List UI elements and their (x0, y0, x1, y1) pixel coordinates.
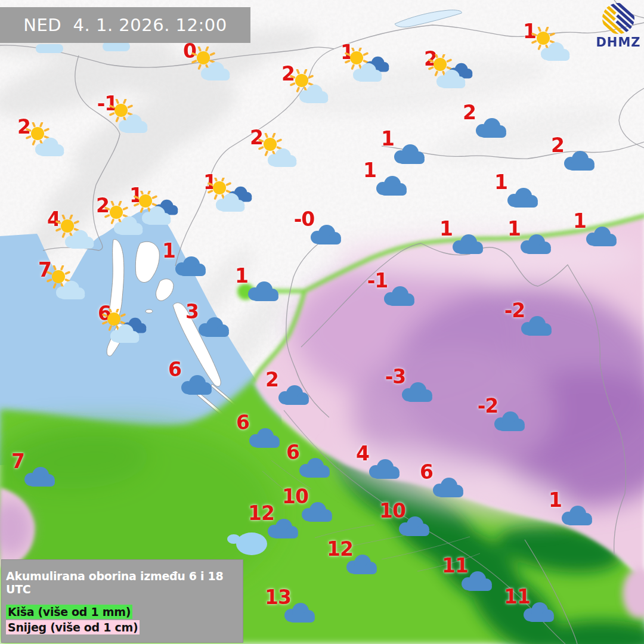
cloudy-icon (308, 220, 343, 246)
cloudy-icon (505, 183, 540, 209)
weather-icon (584, 222, 618, 248)
cloudy-icon (179, 370, 213, 397)
weather-icon (473, 113, 508, 140)
partly-sunny-clouds-icon (345, 48, 392, 85)
weather-icon (107, 99, 151, 136)
weather-icon (397, 512, 431, 538)
cloudy-icon (562, 146, 596, 172)
partly-sunny-icon (44, 265, 88, 302)
partly-sunny-icon (102, 201, 146, 238)
partly-sunny-icon (23, 122, 67, 159)
weather-icon (459, 566, 494, 593)
partly-sunny-icon (256, 133, 300, 170)
cloudy-icon (473, 113, 508, 140)
weather-icon (102, 201, 146, 238)
cloudy-icon (431, 473, 465, 499)
weather-icon (519, 311, 553, 338)
weather-icon (392, 140, 426, 166)
weather-icon (308, 220, 343, 246)
weather-icon (246, 277, 280, 303)
weather-icon (265, 514, 300, 540)
weather-icon (492, 407, 527, 433)
weather-icon (208, 178, 255, 215)
datetime-label: NED 4. 1. 2026. 12:00 (23, 15, 227, 35)
cloudy-icon (173, 252, 208, 278)
cloudy-icon (519, 311, 553, 338)
weather-icon (179, 370, 213, 397)
weather-icon (102, 309, 150, 346)
cloudy-icon (196, 312, 231, 339)
weather-icon (22, 462, 57, 488)
cloudy-icon (299, 497, 334, 524)
partly-sunny-icon (529, 27, 573, 64)
legend-snow-item: Snijeg (više od 1 cm) (6, 620, 140, 634)
cloudy-icon (344, 550, 379, 576)
cloudy-icon (374, 171, 408, 197)
datetime-bar: NED 4. 1. 2026. 12:00 (0, 7, 250, 43)
cloudy-icon (247, 423, 281, 450)
weather-icon (297, 453, 332, 479)
partly-sunny-clouds-icon (102, 309, 150, 346)
partly-sunny-icon (189, 47, 233, 83)
weather-icon (374, 171, 408, 197)
weather-icon (344, 550, 379, 576)
cloudy-icon (246, 277, 280, 303)
dhmz-logo: DHMZ (592, 1, 643, 52)
weather-icon (400, 377, 434, 404)
cloudy-icon (22, 462, 57, 488)
weather-icon (53, 215, 97, 252)
cloudy-icon (382, 281, 416, 308)
weather-icon (382, 281, 416, 308)
weather-map-screen: NED 4. 1. 2026. 12:00 DHMZ Akumu (0, 0, 644, 644)
weather-icon (345, 48, 392, 85)
cloudy-icon (559, 501, 594, 527)
weather-icon (562, 146, 596, 172)
cloudy-icon (492, 407, 527, 433)
weather-icon (44, 265, 88, 302)
cloudy-icon (584, 222, 618, 248)
weather-icon (518, 230, 553, 256)
weather-icon (282, 598, 317, 624)
legend-rain-item: Kiša (više od 1 mm) (6, 605, 132, 619)
weather-icon (521, 597, 556, 624)
cloudy-icon (518, 230, 553, 256)
partly-sunny-icon (287, 69, 332, 106)
precipitation-legend: Akumulirana oborina između 6 i 18 UTC Ki… (1, 559, 243, 643)
cloudy-icon (367, 454, 401, 481)
cloudy-icon (276, 380, 311, 407)
weather-icon (559, 501, 594, 527)
partly-sunny-icon (107, 99, 151, 136)
cloudy-icon (392, 140, 426, 166)
dhmz-logo-graphic: DHMZ (592, 1, 643, 52)
cloudy-icon (265, 514, 300, 540)
weather-icon (23, 122, 67, 159)
partly-sunny-icon (53, 215, 97, 252)
dhmz-logo-text: DHMZ (596, 35, 640, 49)
cloudy-icon (450, 230, 485, 256)
weather-icon (450, 230, 485, 256)
cloudy-icon (297, 453, 332, 479)
weather-icon (276, 380, 311, 407)
weather-icon (367, 454, 401, 481)
weather-icon (299, 497, 334, 524)
cloudy-icon (459, 566, 494, 593)
partly-sunny-clouds-icon (428, 54, 476, 91)
weather-icon (505, 183, 540, 209)
weather-icon (287, 69, 332, 106)
cloudy-icon (400, 377, 434, 404)
cloudy-icon (397, 512, 431, 538)
cloudy-icon (282, 598, 317, 624)
legend-title: Akumulirana oborina između 6 i 18 UTC (6, 569, 243, 596)
weather-icon (428, 54, 476, 91)
weather-icon (256, 133, 300, 170)
partly-sunny-clouds-icon (208, 178, 255, 215)
weather-icon (189, 47, 233, 83)
weather-icon (173, 252, 208, 278)
weather-icon (247, 423, 281, 450)
weather-icon (529, 27, 573, 64)
weather-icon (431, 473, 465, 499)
weather-icon (196, 312, 231, 339)
cloudy-icon (521, 597, 556, 624)
